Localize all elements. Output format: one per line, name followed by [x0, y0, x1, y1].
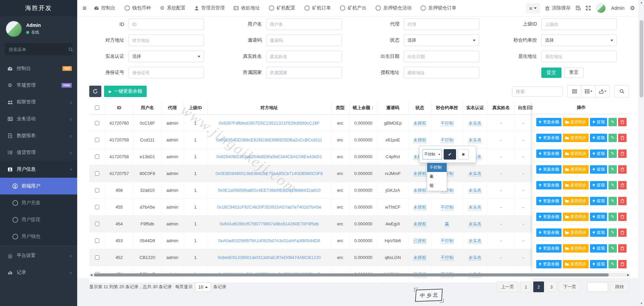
control-editable-link[interactable]: 不控制: [441, 121, 454, 126]
update-balance-button[interactable]: 更新余额: [536, 213, 561, 221]
control-editable-link[interactable]: 赢: [445, 221, 449, 227]
delete-button[interactable]: [618, 260, 627, 268]
edit-button[interactable]: ✎: [608, 134, 617, 142]
address-link[interactable]: 0x0EBD8480013bE8b62bF75cA85Cb7140DB560C0…: [215, 171, 323, 176]
delete-button[interactable]: [618, 213, 627, 221]
fullscreen-icon[interactable]: [586, 6, 591, 10]
sync-button[interactable]: 是否同步: [563, 181, 589, 189]
reset-button[interactable]: 重置: [564, 68, 584, 78]
sync-button[interactable]: 是否同步: [563, 260, 589, 268]
realauth-editable-link[interactable]: 未实名: [468, 121, 482, 126]
update-balance-button[interactable]: 更新余额: [536, 228, 561, 237]
detail-view-button[interactable]: [567, 85, 582, 97]
col-header-realauth[interactable]: 实名认证: [462, 101, 488, 115]
delete-button[interactable]: [618, 181, 627, 189]
scroll-up-arrow-icon[interactable]: ▲: [639, 1, 644, 4]
col-header-agent[interactable]: 代理: [161, 101, 184, 115]
filter-agent-input[interactable]: [404, 18, 479, 30]
sidebar-subitem-user-recharge[interactable]: 用户充值: [0, 194, 77, 211]
col-header-parent-id[interactable]: 上级ID: [184, 101, 207, 115]
filter-id-input[interactable]: [129, 18, 204, 30]
delete-button[interactable]: [618, 134, 627, 142]
sidebar-item-lending[interactable]: 借贷管理 ‹: [0, 144, 77, 161]
sync-button[interactable]: 是否同步: [563, 165, 589, 174]
row-checkbox[interactable]: [95, 222, 99, 226]
sync-button[interactable]: 是否同步: [563, 244, 589, 253]
search-button[interactable]: [614, 85, 629, 97]
export-button[interactable]: [596, 85, 610, 97]
col-header-control[interactable]: 秒合约单控: [432, 101, 462, 115]
col-header-balance[interactable]: 链上余额▲▼: [349, 101, 378, 115]
withdraw-button[interactable]: 提现: [590, 181, 607, 189]
update-balance-button[interactable]: 更新余额: [536, 149, 561, 158]
topnav-miner-config[interactable]: 矿机配置: [269, 5, 295, 11]
delete-button[interactable]: [618, 149, 627, 158]
withdraw-button[interactable]: 提现: [590, 165, 607, 174]
clear-cache-button[interactable]: 清除缓存: [545, 5, 571, 11]
edit-button[interactable]: ✎: [608, 228, 617, 237]
sidebar-item-reports[interactable]: 数据报表 ‹: [0, 127, 77, 144]
sync-button[interactable]: 是否同步: [563, 118, 589, 126]
topnav-admin-manage[interactable]: 管理员管理: [195, 5, 225, 11]
page-button-1[interactable]: 1: [521, 281, 531, 292]
batch-update-balance-button[interactable]: ▶ 一键更新余额: [104, 86, 147, 97]
filter-auth-address-input[interactable]: [404, 67, 479, 78]
sidebar-item-platform-settings[interactable]: ◎ 平台设置 ‹: [0, 247, 77, 264]
update-balance-button[interactable]: 更新余额: [536, 244, 561, 253]
scroll-left-arrow-icon[interactable]: ◀: [90, 273, 92, 277]
withdraw-button[interactable]: 提现: [590, 213, 607, 221]
sidebar-item-user-info[interactable]: 用户信息 ‹: [0, 161, 77, 178]
withdraw-button[interactable]: 提现: [590, 260, 607, 268]
hamburger-icon[interactable]: ≡: [83, 4, 87, 12]
avatar[interactable]: [596, 3, 606, 13]
edit-button[interactable]: ✎: [608, 181, 617, 189]
status-editable-link[interactable]: 未授权: [413, 221, 427, 227]
filter-control-select[interactable]: 选择: [541, 35, 617, 46]
realauth-editable-link[interactable]: 未实名: [468, 171, 482, 177]
row-checkbox[interactable]: [95, 171, 99, 176]
control-editable-link[interactable]: 不控制: [441, 137, 454, 143]
address-link[interactable]: 0x8ebE91339501def313d0aE3f7eD08474ABCB12…: [217, 255, 320, 260]
delete-button[interactable]: [618, 118, 627, 126]
delete-button[interactable]: [618, 244, 627, 253]
col-header-status[interactable]: 状态: [408, 101, 432, 115]
status-editable-link[interactable]: 未授权: [413, 205, 427, 210]
status-editable-link[interactable]: 未授权: [413, 137, 427, 143]
address-link[interactable]: 0xA0ad53256f979A140925d7A3c01dAFa3f80544…: [218, 238, 320, 243]
topnav-dashboard[interactable]: 控制台: [94, 5, 115, 11]
address-link[interactable]: 0x60Ad6289cf575f0779687a98cB14260E70F9f5…: [219, 221, 319, 226]
filter-realauth-select[interactable]: 选择: [129, 51, 204, 62]
submit-button[interactable]: 提交: [541, 68, 561, 78]
sort-icon[interactable]: ▲▼: [371, 106, 374, 110]
update-balance-button[interactable]: 更新余额: [536, 197, 561, 205]
sync-button[interactable]: 是否同步: [563, 134, 589, 142]
editor-cancel-button[interactable]: ✖: [458, 149, 469, 160]
withdraw-button[interactable]: 提现: [590, 197, 607, 205]
realauth-editable-link[interactable]: 未实名: [468, 221, 482, 227]
edit-button[interactable]: ✎: [608, 197, 617, 205]
filter-status-select[interactable]: 选择: [404, 35, 479, 46]
edit-button[interactable]: ✎: [608, 213, 617, 221]
filter-username-input[interactable]: [266, 18, 342, 30]
select-all-checkbox[interactable]: [95, 105, 99, 110]
withdraw-button[interactable]: 提现: [590, 244, 607, 253]
gear-icon[interactable]: ⚙: [630, 5, 635, 12]
topbar-username[interactable]: Admin: [611, 5, 625, 11]
jump-button[interactable]: 跳转: [610, 281, 629, 292]
vertical-scrollbar[interactable]: ▲ ▼: [639, 0, 644, 306]
sidebar-item-business[interactable]: 业务活动 ‹: [0, 111, 77, 127]
control-editable-link[interactable]: 不控制: [441, 255, 454, 261]
delete-button[interactable]: [618, 228, 627, 237]
realauth-editable-link[interactable]: 未实名: [468, 137, 482, 143]
per-page-select[interactable]: 10: [195, 282, 211, 292]
col-header-id[interactable]: ID: [105, 101, 134, 115]
row-checkbox[interactable]: [95, 238, 99, 243]
col-header-birthday[interactable]: 出生日期: [514, 101, 532, 115]
delete-button[interactable]: [618, 197, 627, 205]
address-link[interactable]: 0x9267Fdfbfed1607D5C23521321FE5fc6560cC1…: [219, 121, 320, 126]
update-balance-button[interactable]: 更新余额: [536, 118, 561, 126]
address-link[interactable]: 0x92940BD353a6254b8E6fa5bE344C8AC06Ee43b…: [216, 154, 322, 159]
edit-button[interactable]: ✎: [608, 118, 617, 126]
editor-select[interactable]: 不控制: [423, 149, 442, 160]
topnav-miner-output[interactable]: 矿机产出: [340, 5, 366, 11]
